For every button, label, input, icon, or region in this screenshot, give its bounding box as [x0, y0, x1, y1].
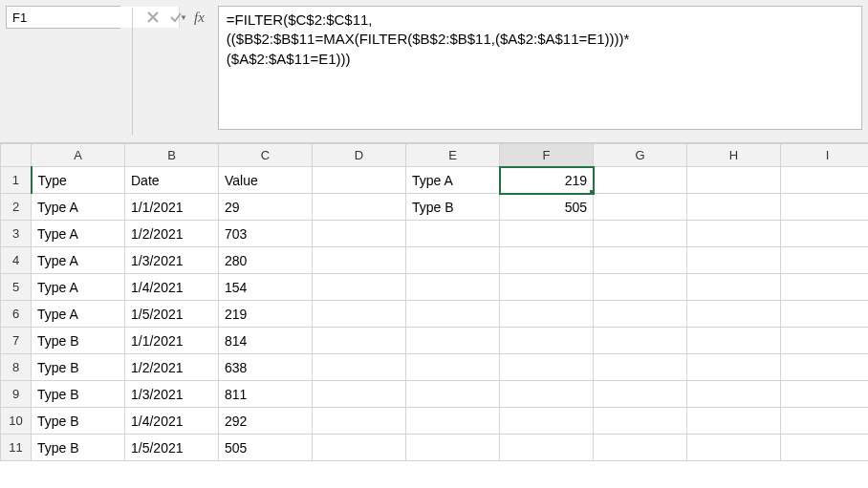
cell-F11[interactable] — [500, 435, 594, 461]
name-box-wrap[interactable]: ▼ — [6, 6, 120, 29]
cell-F8[interactable] — [500, 354, 594, 381]
cell-H5[interactable] — [687, 274, 781, 301]
cell-C3[interactable]: 703 — [219, 221, 313, 247]
cell-F4[interactable] — [500, 247, 594, 274]
cell-I5[interactable] — [781, 274, 869, 301]
row-header-11[interactable]: 11 — [1, 435, 32, 461]
cell-C7[interactable]: 814 — [219, 328, 313, 354]
column-header-I[interactable]: I — [781, 144, 869, 167]
row-header-9[interactable]: 9 — [1, 381, 32, 408]
row-header-8[interactable]: 8 — [1, 354, 32, 381]
cell-D8[interactable] — [313, 354, 406, 381]
cell-I3[interactable] — [781, 221, 869, 247]
cell-B3[interactable]: 1/2/2021 — [125, 221, 219, 247]
select-all-corner[interactable] — [1, 144, 32, 167]
cell-I1[interactable] — [781, 167, 869, 194]
row-header-6[interactable]: 6 — [1, 301, 32, 328]
cell-G8[interactable] — [594, 354, 687, 381]
cell-C10[interactable]: 292 — [219, 408, 313, 435]
cell-F2[interactable]: 505 — [500, 194, 594, 221]
cell-E8[interactable] — [406, 354, 500, 381]
cell-F10[interactable] — [500, 408, 594, 435]
column-header-F[interactable]: F — [500, 144, 594, 167]
cell-D9[interactable] — [313, 381, 406, 408]
row-header-4[interactable]: 4 — [1, 247, 32, 274]
cell-C1[interactable]: Value — [219, 167, 313, 194]
cell-A1[interactable]: Type — [32, 167, 125, 194]
cell-C9[interactable]: 811 — [219, 381, 313, 408]
cell-A2[interactable]: Type A — [32, 194, 125, 221]
cell-A7[interactable]: Type B — [32, 328, 125, 354]
column-header-C[interactable]: C — [219, 144, 313, 167]
cell-F3[interactable] — [500, 221, 594, 247]
cell-A9[interactable]: Type B — [32, 381, 125, 408]
row-header-2[interactable]: 2 — [1, 194, 32, 221]
cell-H11[interactable] — [687, 435, 781, 461]
cell-D7[interactable] — [313, 328, 406, 354]
row-header-10[interactable]: 10 — [1, 408, 32, 435]
cell-D4[interactable] — [313, 247, 406, 274]
cell-B7[interactable]: 1/1/2021 — [125, 328, 219, 354]
spreadsheet-grid[interactable]: ABCDEFGHI1TypeDateValueType A2192Type A1… — [0, 143, 868, 461]
confirm-icon[interactable] — [167, 9, 184, 26]
cell-H1[interactable] — [687, 167, 781, 194]
cell-A6[interactable]: Type A — [32, 301, 125, 328]
cell-E3[interactable] — [406, 221, 500, 247]
cell-H2[interactable] — [687, 194, 781, 221]
cell-I7[interactable] — [781, 328, 869, 354]
cell-H6[interactable] — [687, 301, 781, 328]
cell-A8[interactable]: Type B — [32, 354, 125, 381]
cell-A10[interactable]: Type B — [32, 408, 125, 435]
cell-B6[interactable]: 1/5/2021 — [125, 301, 219, 328]
cell-B5[interactable]: 1/4/2021 — [125, 274, 219, 301]
cell-D3[interactable] — [313, 221, 406, 247]
cell-B10[interactable]: 1/4/2021 — [125, 408, 219, 435]
cell-F6[interactable] — [500, 301, 594, 328]
column-header-B[interactable]: B — [125, 144, 219, 167]
cell-H8[interactable] — [687, 354, 781, 381]
cell-C8[interactable]: 638 — [219, 354, 313, 381]
cell-F9[interactable] — [500, 381, 594, 408]
column-header-H[interactable]: H — [687, 144, 781, 167]
cell-I9[interactable] — [781, 381, 869, 408]
column-header-G[interactable]: G — [594, 144, 687, 167]
cell-G1[interactable] — [594, 167, 687, 194]
cell-H10[interactable] — [687, 408, 781, 435]
cell-H4[interactable] — [687, 247, 781, 274]
cell-G6[interactable] — [594, 301, 687, 328]
cell-I6[interactable] — [781, 301, 869, 328]
cell-G10[interactable] — [594, 408, 687, 435]
cell-I10[interactable] — [781, 408, 869, 435]
cell-C2[interactable]: 29 — [219, 194, 313, 221]
cell-F1[interactable]: 219 — [500, 167, 594, 194]
cell-D6[interactable] — [313, 301, 406, 328]
cell-I4[interactable] — [781, 247, 869, 274]
row-header-1[interactable]: 1 — [1, 167, 32, 194]
cell-B9[interactable]: 1/3/2021 — [125, 381, 219, 408]
row-header-5[interactable]: 5 — [1, 274, 32, 301]
cell-D11[interactable] — [313, 435, 406, 461]
cell-A4[interactable]: Type A — [32, 247, 125, 274]
row-header-7[interactable]: 7 — [1, 328, 32, 354]
fx-icon[interactable]: fx — [190, 10, 208, 26]
cell-E5[interactable] — [406, 274, 500, 301]
cell-C6[interactable]: 219 — [219, 301, 313, 328]
cell-B1[interactable]: Date — [125, 167, 219, 194]
cell-A11[interactable]: Type B — [32, 435, 125, 461]
cell-B11[interactable]: 1/5/2021 — [125, 435, 219, 461]
cell-F5[interactable] — [500, 274, 594, 301]
cell-E10[interactable] — [406, 408, 500, 435]
cell-C4[interactable]: 280 — [219, 247, 313, 274]
cell-E6[interactable] — [406, 301, 500, 328]
cell-E9[interactable] — [406, 381, 500, 408]
cell-G7[interactable] — [594, 328, 687, 354]
cell-I11[interactable] — [781, 435, 869, 461]
cell-D2[interactable] — [313, 194, 406, 221]
column-header-E[interactable]: E — [406, 144, 500, 167]
cell-A3[interactable]: Type A — [32, 221, 125, 247]
cell-A5[interactable]: Type A — [32, 274, 125, 301]
cell-F7[interactable] — [500, 328, 594, 354]
cell-D5[interactable] — [313, 274, 406, 301]
row-header-3[interactable]: 3 — [1, 221, 32, 247]
formula-input[interactable]: =FILTER($C$2:$C$11, (($B$2:$B$11=MAX(FIL… — [218, 6, 862, 130]
